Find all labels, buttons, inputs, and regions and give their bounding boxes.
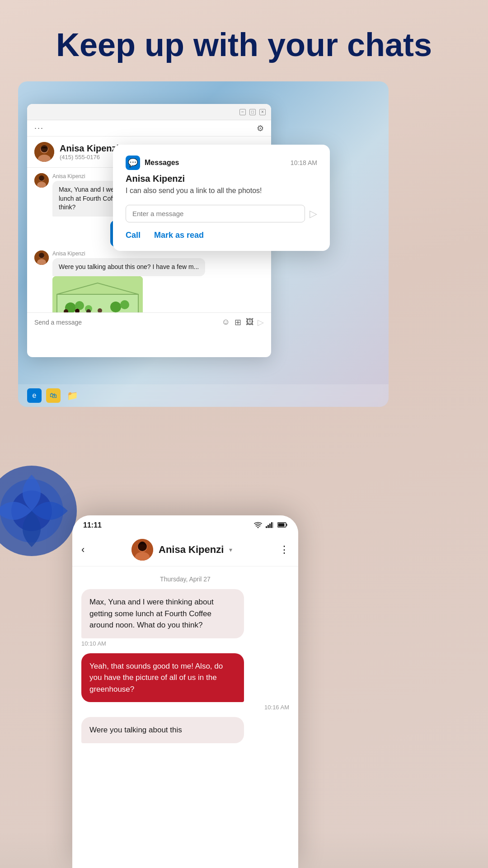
toast-time: 10:18 AM	[291, 159, 317, 166]
contact-info: Anisa Kipenzi (415) 555-0176	[34, 142, 119, 162]
svg-point-17	[75, 301, 84, 310]
svg-point-32	[258, 527, 259, 528]
svg-rect-39	[278, 524, 285, 527]
toast-app-icon: 💬	[126, 156, 140, 170]
svg-rect-36	[271, 522, 272, 528]
contact-phone: (415) 555-0176	[60, 154, 119, 160]
date-divider: Thursday, April 27	[72, 566, 298, 589]
page-title: Keep up with your chats	[0, 27, 488, 63]
phone-message-time-right-1: 10:16 AM	[81, 704, 289, 711]
messages-icon: 💬	[128, 158, 138, 168]
contact-avatar	[34, 142, 54, 162]
phone-message-bubble-right-1: Yeah, that sounds good to me! Also, do y…	[81, 653, 244, 703]
taskbar-icon-store[interactable]: 🛍	[46, 388, 61, 403]
toast-app-name: Messages	[145, 159, 179, 167]
svg-rect-33	[266, 526, 267, 528]
send-icon[interactable]: ▷	[258, 317, 264, 327]
phone-message-item-3: Were you talking about this	[81, 717, 289, 743]
message-text-2: Were you talking about this one? I have …	[52, 258, 205, 276]
greenhouse-image	[52, 276, 143, 312]
message-row-image: Anisa Kipenzi Were you talking about thi…	[34, 250, 264, 312]
phone-mockup: 11:11	[72, 515, 298, 868]
close-button[interactable]: ×	[259, 109, 266, 115]
phone-message-item-right: Yeah, that sounds good to me! Also, do y…	[81, 653, 289, 711]
taskbar-icon-edge[interactable]: e	[27, 388, 42, 403]
more-options-icon[interactable]: ⋮	[279, 544, 289, 556]
phone-chat-header: ‹ Anisa Kipenzi ▾ ⋮	[72, 535, 298, 566]
image-icon[interactable]: 🖼	[246, 317, 254, 327]
message-input[interactable]	[34, 319, 218, 326]
phone-contact-info: Anisa Kipenzi ▾	[131, 539, 232, 561]
menu-dots[interactable]: ···	[34, 123, 44, 133]
window-titlebar: − □ ×	[27, 104, 271, 120]
input-icons: ☺ ⊞ 🖼	[222, 317, 254, 327]
phone-time: 11:11	[83, 521, 102, 529]
contact-name: Anisa Kipenzi	[60, 143, 119, 154]
phone-contact-name: Anisa Kipenzi	[159, 544, 224, 556]
toast-sender: Anisa Kipenzi	[126, 174, 317, 184]
contact-dropdown-icon[interactable]: ▾	[229, 546, 232, 553]
greenhouse-scene	[52, 276, 143, 312]
phone-avatar	[131, 539, 153, 561]
emoji-icon[interactable]: ☺	[222, 317, 230, 327]
toast-reply-area: ▷	[126, 205, 317, 222]
minimize-button[interactable]: −	[239, 109, 246, 115]
window-menu-bar: ··· ⚙	[27, 120, 271, 137]
svg-rect-34	[267, 525, 269, 528]
taskbar: e 🛍 📁	[18, 384, 389, 407]
message-avatar	[34, 173, 49, 188]
phone-status-bar: 11:11	[72, 515, 298, 535]
phone-chat-area: Max, Yuna and I were thinking about gett…	[72, 589, 298, 842]
taskbar-icon-files[interactable]: 📁	[65, 388, 80, 403]
svg-point-11	[39, 253, 44, 258]
svg-rect-35	[269, 524, 271, 528]
svg-rect-37	[273, 522, 274, 528]
contact-details: Anisa Kipenzi (415) 555-0176	[60, 143, 119, 160]
phone-message-item: Max, Yuna and I were thinking about gett…	[81, 589, 289, 647]
toast-app-info: 💬 Messages	[126, 156, 179, 170]
svg-point-3	[41, 145, 48, 152]
toast-header: 💬 Messages 10:18 AM	[126, 156, 317, 170]
signal-icon	[266, 522, 274, 529]
wifi-icon	[254, 522, 262, 529]
input-area: ☺ ⊞ 🖼 ▷	[27, 312, 271, 332]
notification-toast: 💬 Messages 10:18 AM Anisa Kipenzi I can …	[113, 145, 330, 251]
battery-icon	[277, 522, 287, 529]
toast-message: I can also send you a link to all the ph…	[126, 186, 317, 196]
message-avatar-2	[34, 250, 49, 265]
back-button[interactable]: ‹	[81, 544, 84, 556]
maximize-button[interactable]: □	[249, 109, 256, 115]
svg-rect-40	[286, 524, 287, 526]
svg-point-19	[110, 302, 121, 312]
svg-point-20	[120, 300, 129, 309]
toast-call-button[interactable]: Call	[126, 231, 141, 240]
toast-mark-read-button[interactable]: Mark as read	[154, 231, 204, 240]
svg-point-7	[39, 175, 44, 181]
phone-message-bubble-left-1: Max, Yuna and I were thinking about gett…	[81, 589, 244, 638]
settings-icon[interactable]: ⚙	[257, 123, 264, 133]
attach-icon[interactable]: ⊞	[235, 317, 241, 327]
phone-message-bubble-left-3: Were you talking about this	[81, 717, 244, 743]
message-sender-2: Anisa Kipenzi	[52, 250, 205, 257]
decoration-rose	[0, 461, 81, 561]
toast-actions: Call Mark as read	[126, 231, 317, 240]
message-with-image: Anisa Kipenzi Were you talking about thi…	[52, 250, 205, 312]
status-icons	[254, 522, 287, 529]
toast-reply-input[interactable]	[126, 205, 305, 222]
toast-send-button[interactable]: ▷	[310, 208, 317, 220]
phone-message-time-1: 10:10 AM	[81, 640, 289, 647]
